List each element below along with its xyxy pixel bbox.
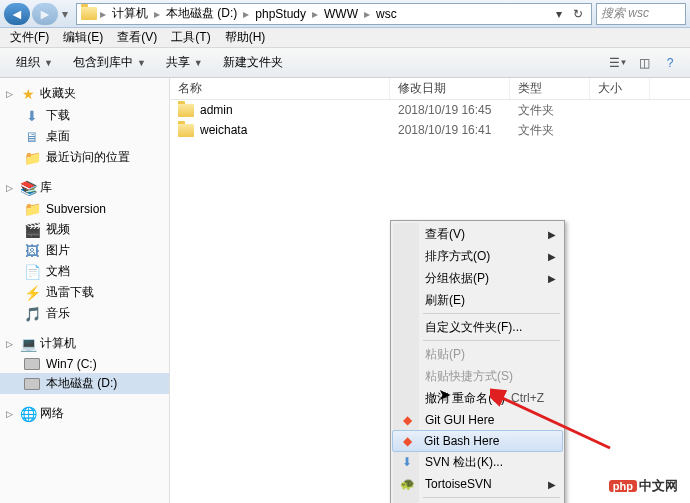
desktop-icon: 🖥: [24, 129, 40, 145]
ctx-tortoise-svn[interactable]: 🐢TortoiseSVN▶: [393, 473, 562, 495]
include-library-button[interactable]: 包含到库中▼: [65, 51, 154, 74]
column-date[interactable]: 修改日期: [390, 78, 510, 99]
ctx-paste-shortcut: 粘贴快捷方式(S): [393, 365, 562, 387]
star-icon: ★: [20, 86, 36, 102]
address-bar[interactable]: ▸ 计算机 ▸ 本地磁盘 (D:) ▸ phpStudy ▸ WWW ▸ wsc…: [76, 3, 592, 25]
sidebar-item-subversion[interactable]: 📁Subversion: [0, 199, 169, 219]
sidebar-item-thunder[interactable]: ⚡迅雷下载: [0, 282, 169, 303]
main-area: ▷★收藏夹 ⬇下载 🖥桌面 📁最近访问的位置 ▷📚库 📁Subversion 🎬…: [0, 78, 690, 503]
search-placeholder: 搜索 wsc: [601, 5, 649, 22]
sidebar-network-header[interactable]: ▷🌐网络: [0, 402, 169, 425]
folder-icon: [178, 104, 194, 117]
ctx-group[interactable]: 分组依据(P)▶: [393, 267, 562, 289]
library-icon: 📚: [20, 180, 36, 196]
column-type[interactable]: 类型: [510, 78, 590, 99]
ctx-customize-folder[interactable]: 自定义文件夹(F)...: [393, 316, 562, 338]
submenu-arrow-icon: ▶: [548, 229, 556, 240]
menubar: 文件(F) 编辑(E) 查看(V) 工具(T) 帮助(H): [0, 28, 690, 48]
new-folder-button[interactable]: 新建文件夹: [215, 51, 291, 74]
watermark-logo: php: [609, 480, 637, 492]
menu-help[interactable]: 帮助(H): [219, 27, 272, 48]
chevron-right-icon[interactable]: ▸: [311, 7, 319, 21]
chevron-down-icon: ▼: [137, 58, 146, 68]
menu-view[interactable]: 查看(V): [111, 27, 163, 48]
video-icon: 🎬: [24, 222, 40, 238]
sidebar-item-recent[interactable]: 📁最近访问的位置: [0, 147, 169, 168]
organize-button[interactable]: 组织▼: [8, 51, 61, 74]
sidebar-item-drive-d[interactable]: 本地磁盘 (D:): [0, 373, 169, 394]
sidebar-libraries-header[interactable]: ▷📚库: [0, 176, 169, 199]
sidebar-item-pictures[interactable]: 🖼图片: [0, 240, 169, 261]
sidebar-item-drive-c[interactable]: Win7 (C:): [0, 355, 169, 373]
computer-icon: 💻: [20, 336, 36, 352]
chevron-down-icon: ▼: [194, 58, 203, 68]
table-row[interactable]: weichata 2018/10/19 16:41 文件夹: [170, 120, 690, 140]
sidebar-item-desktop[interactable]: 🖥桌面: [0, 126, 169, 147]
column-size[interactable]: 大小: [590, 78, 650, 99]
sidebar-item-videos[interactable]: 🎬视频: [0, 219, 169, 240]
column-headers: 名称 修改日期 类型 大小: [170, 78, 690, 100]
tortoise-icon: 🐢: [399, 476, 415, 492]
network-icon: 🌐: [20, 406, 36, 422]
breadcrumb-drive[interactable]: 本地磁盘 (D:): [163, 5, 240, 22]
preview-pane-button[interactable]: ◫: [632, 52, 656, 74]
breadcrumb-computer[interactable]: 计算机: [109, 5, 151, 22]
git-icon: ◆: [399, 433, 415, 449]
table-row[interactable]: admin 2018/10/19 16:45 文件夹: [170, 100, 690, 120]
breadcrumb-wsc[interactable]: wsc: [373, 7, 400, 21]
ctx-svn-checkout[interactable]: ⬇SVN 检出(K)...: [393, 451, 562, 473]
sidebar-item-downloads[interactable]: ⬇下载: [0, 105, 169, 126]
submenu-arrow-icon: ▶: [548, 273, 556, 284]
chevron-right-icon[interactable]: ▸: [363, 7, 371, 21]
menu-tools[interactable]: 工具(T): [165, 27, 216, 48]
toolbar: 组织▼ 包含到库中▼ 共享▼ 新建文件夹 ☰ ▼ ◫ ?: [0, 48, 690, 78]
share-button[interactable]: 共享▼: [158, 51, 211, 74]
file-date: 2018/10/19 16:41: [390, 123, 510, 137]
menu-file[interactable]: 文件(F): [4, 27, 55, 48]
help-button[interactable]: ?: [658, 52, 682, 74]
picture-icon: 🖼: [24, 243, 40, 259]
chevron-right-icon[interactable]: ▸: [242, 7, 250, 21]
watermark: php 中文网: [603, 475, 684, 497]
ctx-git-gui[interactable]: ◆Git GUI Here: [393, 409, 562, 431]
nav-back-button[interactable]: ◄: [4, 3, 30, 25]
ctx-view[interactable]: 查看(V)▶: [393, 223, 562, 245]
document-icon: 📄: [24, 264, 40, 280]
address-dropdown-button[interactable]: ▾: [550, 5, 568, 23]
ctx-refresh[interactable]: 刷新(E): [393, 289, 562, 311]
recent-icon: 📁: [24, 150, 40, 166]
thunder-icon: ⚡: [24, 285, 40, 301]
breadcrumb-www[interactable]: WWW: [321, 7, 361, 21]
breadcrumb-phpstudy[interactable]: phpStudy: [252, 7, 309, 21]
ctx-sort[interactable]: 排序方式(O)▶: [393, 245, 562, 267]
file-type: 文件夹: [510, 122, 590, 139]
file-type: 文件夹: [510, 102, 590, 119]
refresh-button[interactable]: ↻: [569, 5, 587, 23]
file-date: 2018/10/19 16:45: [390, 103, 510, 117]
menu-edit[interactable]: 编辑(E): [57, 27, 109, 48]
chevron-right-icon[interactable]: ▸: [153, 7, 161, 21]
nav-history-dropdown[interactable]: ▾: [58, 3, 72, 25]
chevron-down-icon: ▼: [44, 58, 53, 68]
watermark-text: 中文网: [639, 477, 678, 495]
chevron-right-icon[interactable]: ▸: [99, 7, 107, 21]
search-input[interactable]: 搜索 wsc: [596, 3, 686, 25]
sidebar-item-music[interactable]: 🎵音乐: [0, 303, 169, 324]
ctx-undo[interactable]: 撤消 重命名(U)Ctrl+Z: [393, 387, 562, 409]
nav-forward-button[interactable]: ►: [32, 3, 58, 25]
context-menu: 查看(V)▶ 排序方式(O)▶ 分组依据(P)▶ 刷新(E) 自定义文件夹(F)…: [390, 220, 565, 503]
file-list-area[interactable]: 名称 修改日期 类型 大小 admin 2018/10/19 16:45 文件夹…: [170, 78, 690, 503]
submenu-arrow-icon: ▶: [548, 251, 556, 262]
sidebar-favorites-header[interactable]: ▷★收藏夹: [0, 82, 169, 105]
music-icon: 🎵: [24, 306, 40, 322]
svn-icon: ⬇: [399, 454, 415, 470]
download-icon: ⬇: [24, 108, 40, 124]
sidebar: ▷★收藏夹 ⬇下载 🖥桌面 📁最近访问的位置 ▷📚库 📁Subversion 🎬…: [0, 78, 170, 503]
ctx-git-bash[interactable]: ◆Git Bash Here: [392, 430, 563, 452]
shortcut-label: Ctrl+Z: [511, 391, 544, 405]
sidebar-item-documents[interactable]: 📄文档: [0, 261, 169, 282]
sidebar-computer-header[interactable]: ▷💻计算机: [0, 332, 169, 355]
column-name[interactable]: 名称: [170, 78, 390, 99]
view-options-button[interactable]: ☰ ▼: [606, 52, 630, 74]
titlebar: ◄ ► ▾ ▸ 计算机 ▸ 本地磁盘 (D:) ▸ phpStudy ▸ WWW…: [0, 0, 690, 28]
